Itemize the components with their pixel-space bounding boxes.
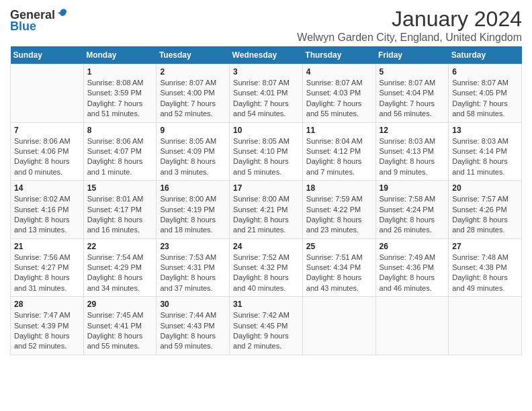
day-info: Sunrise: 8:05 AMSunset: 4:09 PMDaylight:… (160, 136, 226, 178)
day-info: Sunrise: 7:48 AMSunset: 4:38 PMDaylight:… (452, 253, 518, 294)
calendar-day: 3Sunrise: 8:07 AMSunset: 4:01 PMDaylight… (230, 64, 303, 123)
day-number: 28 (14, 300, 80, 309)
calendar-day: 13Sunrise: 8:03 AMSunset: 4:14 PMDayligh… (449, 122, 522, 181)
calendar-day: 17Sunrise: 8:00 AMSunset: 4:21 PMDayligh… (230, 181, 303, 239)
day-number: 29 (87, 300, 153, 309)
day-info: Sunrise: 8:05 AMSunset: 4:10 PMDaylight:… (233, 136, 299, 178)
logo: General Blue (10, 7, 69, 34)
day-number: 9 (160, 126, 226, 135)
day-number: 22 (87, 242, 153, 251)
title-block: January 2024 Welwyn Garden City, England… (297, 7, 522, 44)
calendar-day: 7Sunrise: 8:06 AMSunset: 4:06 PMDaylight… (11, 122, 84, 181)
page-header: General Blue January 2024 Welwyn Garden … (10, 7, 522, 44)
logo-blue-text: Blue (10, 19, 36, 34)
calendar-day: 4Sunrise: 8:07 AMSunset: 4:03 PMDaylight… (302, 64, 375, 123)
day-info: Sunrise: 8:03 AMSunset: 4:14 PMDaylight:… (452, 136, 518, 178)
calendar-day: 20Sunrise: 7:57 AMSunset: 4:26 PMDayligh… (449, 181, 522, 239)
day-number: 5 (380, 67, 445, 77)
header-sunday: Sunday (11, 46, 84, 64)
calendar-day: 6Sunrise: 8:07 AMSunset: 4:05 PMDaylight… (449, 64, 522, 123)
day-number: 11 (306, 126, 372, 135)
header-monday: Monday (83, 46, 157, 64)
calendar-day: 11Sunrise: 8:04 AMSunset: 4:12 PMDayligh… (302, 122, 375, 181)
day-info: Sunrise: 7:42 AMSunset: 4:45 PMDaylight:… (233, 310, 299, 352)
calendar-table: SundayMondayTuesdayWednesdayThursdayFrid… (10, 46, 522, 355)
calendar-day: 18Sunrise: 7:59 AMSunset: 4:22 PMDayligh… (302, 181, 375, 239)
header-friday: Friday (375, 46, 449, 64)
calendar-day: 19Sunrise: 7:58 AMSunset: 4:24 PMDayligh… (375, 181, 449, 239)
day-info: Sunrise: 7:54 AMSunset: 4:29 PMDaylight:… (87, 253, 153, 294)
day-number: 31 (233, 300, 299, 309)
calendar-day: 23Sunrise: 7:53 AMSunset: 4:31 PMDayligh… (157, 238, 230, 297)
calendar-day (11, 64, 84, 123)
day-info: Sunrise: 7:51 AMSunset: 4:34 PMDaylight:… (306, 253, 372, 294)
day-info: Sunrise: 8:03 AMSunset: 4:13 PMDaylight:… (380, 136, 445, 178)
day-info: Sunrise: 8:04 AMSunset: 4:12 PMDaylight:… (306, 136, 372, 178)
day-number: 13 (452, 126, 518, 135)
calendar-day: 16Sunrise: 8:00 AMSunset: 4:19 PMDayligh… (157, 181, 230, 239)
day-info: Sunrise: 7:45 AMSunset: 4:41 PMDaylight:… (87, 310, 153, 352)
calendar-day: 25Sunrise: 7:51 AMSunset: 4:34 PMDayligh… (302, 238, 375, 297)
calendar-day: 21Sunrise: 7:56 AMSunset: 4:27 PMDayligh… (11, 238, 84, 297)
calendar-day: 15Sunrise: 8:01 AMSunset: 4:17 PMDayligh… (83, 181, 157, 239)
day-number: 24 (233, 242, 299, 251)
calendar-day: 30Sunrise: 7:44 AMSunset: 4:43 PMDayligh… (157, 297, 230, 355)
day-number: 30 (160, 300, 226, 309)
day-info: Sunrise: 8:08 AMSunset: 3:59 PMDaylight:… (87, 78, 153, 120)
day-info: Sunrise: 7:52 AMSunset: 4:32 PMDaylight:… (233, 253, 299, 294)
calendar-day: 29Sunrise: 7:45 AMSunset: 4:41 PMDayligh… (83, 297, 157, 355)
calendar-day: 8Sunrise: 8:06 AMSunset: 4:07 PMDaylight… (83, 122, 157, 181)
day-number: 6 (452, 67, 518, 77)
calendar-day (302, 297, 375, 355)
day-info: Sunrise: 8:00 AMSunset: 4:21 PMDaylight:… (233, 194, 299, 236)
day-number: 20 (452, 183, 518, 193)
calendar-day: 27Sunrise: 7:48 AMSunset: 4:38 PMDayligh… (449, 238, 522, 297)
day-info: Sunrise: 7:49 AMSunset: 4:36 PMDaylight:… (380, 253, 445, 294)
calendar-week-2: 7Sunrise: 8:06 AMSunset: 4:06 PMDaylight… (11, 122, 522, 181)
calendar-week-4: 21Sunrise: 7:56 AMSunset: 4:27 PMDayligh… (11, 238, 522, 297)
day-number: 17 (233, 183, 299, 193)
day-info: Sunrise: 8:07 AMSunset: 4:05 PMDaylight:… (452, 78, 518, 120)
day-number: 2 (160, 67, 226, 77)
day-info: Sunrise: 8:07 AMSunset: 4:04 PMDaylight:… (380, 78, 445, 120)
day-info: Sunrise: 7:58 AMSunset: 4:24 PMDaylight:… (380, 194, 445, 236)
day-number: 4 (306, 67, 372, 77)
day-number: 27 (452, 242, 518, 251)
day-number: 14 (14, 183, 80, 193)
calendar-day: 1Sunrise: 8:08 AMSunset: 3:59 PMDaylight… (83, 64, 157, 123)
calendar-day: 26Sunrise: 7:49 AMSunset: 4:36 PMDayligh… (375, 238, 449, 297)
day-info: Sunrise: 8:01 AMSunset: 4:17 PMDaylight:… (87, 194, 153, 236)
calendar-week-3: 14Sunrise: 8:02 AMSunset: 4:16 PMDayligh… (11, 181, 522, 239)
day-info: Sunrise: 7:57 AMSunset: 4:26 PMDaylight:… (452, 194, 518, 236)
calendar-day (449, 297, 522, 355)
day-number: 8 (87, 126, 153, 135)
day-info: Sunrise: 8:06 AMSunset: 4:06 PMDaylight:… (14, 136, 80, 178)
day-number: 18 (306, 183, 372, 193)
calendar-day (375, 297, 449, 355)
logo-bird-icon (56, 7, 69, 19)
day-number: 1 (87, 67, 153, 77)
day-number: 3 (233, 67, 299, 77)
calendar-day: 14Sunrise: 8:02 AMSunset: 4:16 PMDayligh… (11, 181, 84, 239)
day-number: 21 (14, 242, 80, 251)
day-number: 10 (233, 126, 299, 135)
day-info: Sunrise: 8:07 AMSunset: 4:00 PMDaylight:… (160, 78, 226, 120)
page-title: January 2024 (297, 7, 522, 32)
day-info: Sunrise: 8:07 AMSunset: 4:03 PMDaylight:… (306, 78, 372, 120)
day-info: Sunrise: 7:59 AMSunset: 4:22 PMDaylight:… (306, 194, 372, 236)
day-info: Sunrise: 8:00 AMSunset: 4:19 PMDaylight:… (160, 194, 226, 236)
day-number: 19 (380, 183, 445, 193)
day-number: 16 (160, 183, 226, 193)
calendar-day: 12Sunrise: 8:03 AMSunset: 4:13 PMDayligh… (375, 122, 449, 181)
day-number: 25 (306, 242, 372, 251)
day-info: Sunrise: 8:06 AMSunset: 4:07 PMDaylight:… (87, 136, 153, 178)
header-thursday: Thursday (302, 46, 375, 64)
day-info: Sunrise: 8:07 AMSunset: 4:01 PMDaylight:… (233, 78, 299, 120)
calendar-week-5: 28Sunrise: 7:47 AMSunset: 4:39 PMDayligh… (11, 297, 522, 355)
day-info: Sunrise: 7:56 AMSunset: 4:27 PMDaylight:… (14, 253, 80, 294)
page-subtitle: Welwyn Garden City, England, United King… (297, 32, 522, 44)
day-info: Sunrise: 7:53 AMSunset: 4:31 PMDaylight:… (160, 253, 226, 294)
day-info: Sunrise: 8:02 AMSunset: 4:16 PMDaylight:… (14, 194, 80, 236)
day-number: 23 (160, 242, 226, 251)
day-number: 7 (14, 126, 80, 135)
